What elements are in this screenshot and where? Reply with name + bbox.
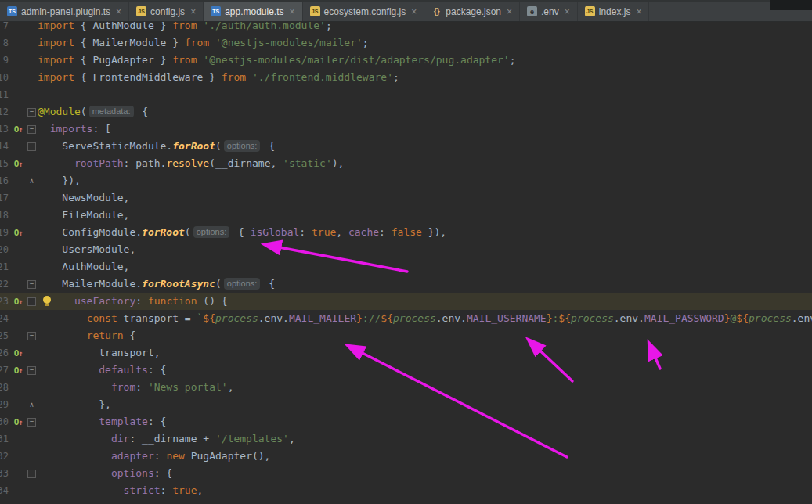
- code-text[interactable]: options: {: [37, 465, 812, 482]
- code-line[interactable]: 29∧ },: [0, 396, 812, 413]
- code-text[interactable]: defaults: {: [37, 362, 812, 379]
- code-line[interactable]: 18 FileModule,: [0, 207, 812, 224]
- fold-end-icon[interactable]: ∧: [30, 396, 34, 413]
- code-text[interactable]: return {: [37, 327, 812, 344]
- code-text[interactable]: ConfigModule.forRoot(options: { isGlobal…: [37, 224, 812, 241]
- code-text[interactable]: import { PugAdapter } from '@nestjs-modu…: [37, 52, 812, 69]
- override-marker-icon[interactable]: O↑: [14, 228, 23, 238]
- editor-tab[interactable]: JSindex.js×: [578, 2, 650, 21]
- code-text[interactable]: [37, 86, 812, 103]
- code-line[interactable]: 9import { PugAdapter } from '@nestjs-mod…: [0, 52, 812, 69]
- code-line[interactable]: 27O↑− defaults: {: [0, 362, 812, 379]
- code-text[interactable]: }),: [37, 172, 812, 189]
- code-line[interactable]: 34 strict: true,: [0, 482, 812, 499]
- fold-icon[interactable]: −: [27, 142, 36, 151]
- code-line[interactable]: 11: [0, 86, 812, 103]
- line-number[interactable]: 9: [0, 52, 9, 69]
- fold-icon[interactable]: −: [27, 297, 36, 306]
- code-line[interactable]: 17 NewsModule,: [0, 189, 812, 207]
- code-text[interactable]: rootPath: path.resolve(__dirname, 'stati…: [37, 155, 812, 172]
- override-marker-icon[interactable]: O↑: [14, 365, 23, 376]
- code-line[interactable]: 7import { AuthModule } from './auth/auth…: [0, 22, 812, 34]
- code-line[interactable]: 28 from: 'News portal',: [0, 379, 812, 396]
- override-marker-icon[interactable]: O↑: [14, 159, 23, 169]
- code-text[interactable]: FileModule,: [37, 207, 812, 224]
- line-number[interactable]: 12: [0, 103, 9, 121]
- code-text[interactable]: useFactory: function () {: [37, 293, 812, 310]
- editor-tab[interactable]: JSconfig.js×: [129, 2, 204, 21]
- intention-bulb-icon[interactable]: [43, 296, 51, 304]
- code-line[interactable]: 8import { MailerModule } from '@nestjs-m…: [0, 34, 812, 52]
- code-text[interactable]: },: [37, 396, 812, 413]
- close-icon[interactable]: ×: [116, 6, 121, 17]
- fold-icon[interactable]: −: [27, 280, 36, 289]
- code-line[interactable]: 19O↑ ConfigModule.forRoot(options: { isG…: [0, 224, 812, 241]
- editor-tab[interactable]: JSecosystem.config.js×: [303, 2, 425, 21]
- code-text[interactable]: ServeStaticModule.forRoot(options: {: [37, 138, 812, 155]
- line-number[interactable]: 30: [0, 413, 9, 430]
- close-icon[interactable]: ×: [636, 6, 641, 17]
- code-line[interactable]: 20 UsersModule,: [0, 241, 812, 258]
- override-marker-icon[interactable]: O↑: [14, 124, 23, 135]
- code-line[interactable]: 15O↑ rootPath: path.resolve(__dirname, '…: [0, 155, 812, 172]
- editor-tab[interactable]: {}package.json×: [424, 2, 520, 21]
- editor-tab[interactable]: TSapp.module.ts×: [204, 2, 302, 21]
- close-icon[interactable]: ×: [290, 6, 295, 17]
- code-text[interactable]: import { MailerModule } from '@nestjs-mo…: [37, 34, 812, 52]
- fold-icon[interactable]: −: [27, 332, 36, 340]
- line-number[interactable]: 7: [0, 22, 9, 34]
- line-number[interactable]: 29: [0, 396, 9, 413]
- code-text[interactable]: from: 'News portal',: [37, 379, 812, 396]
- code-text[interactable]: NewsModule,: [37, 189, 812, 207]
- code-line[interactable]: 32 adapter: new PugAdapter(),: [0, 448, 812, 465]
- line-number[interactable]: 16: [0, 172, 9, 189]
- code-text[interactable]: import { AuthModule } from './auth/auth.…: [37, 22, 812, 34]
- code-text[interactable]: adapter: new PugAdapter(),: [37, 448, 812, 465]
- code-line[interactable]: 13O↑− imports: [: [0, 121, 812, 138]
- line-number[interactable]: 34: [0, 482, 9, 499]
- fold-icon[interactable]: −: [27, 366, 36, 375]
- code-line[interactable]: 22− MailerModule.forRootAsync(options: {: [0, 275, 812, 293]
- code-text[interactable]: imports: [: [37, 121, 812, 138]
- fold-icon[interactable]: −: [27, 418, 36, 427]
- code-line[interactable]: 23O↑− useFactory: function () {: [0, 293, 812, 310]
- line-number[interactable]: 31: [0, 430, 9, 448]
- code-text[interactable]: strict: true,: [37, 482, 812, 499]
- close-icon[interactable]: ×: [565, 6, 570, 17]
- code-line[interactable]: 25− return {: [0, 327, 812, 344]
- line-number[interactable]: 25: [0, 327, 9, 344]
- override-marker-icon[interactable]: O↑: [14, 297, 23, 307]
- line-number[interactable]: 21: [0, 258, 9, 275]
- override-marker-icon[interactable]: O↑: [14, 348, 23, 358]
- line-number[interactable]: 26: [0, 344, 9, 362]
- line-number[interactable]: 10: [0, 69, 9, 86]
- line-number[interactable]: 13: [0, 121, 9, 138]
- code-text[interactable]: const transport = `${process.env.MAIL_MA…: [37, 310, 812, 327]
- line-number[interactable]: 8: [0, 34, 9, 52]
- code-line[interactable]: 30O↑− template: {: [0, 413, 812, 430]
- code-text[interactable]: UsersModule,: [37, 241, 812, 258]
- line-number[interactable]: 15: [0, 155, 9, 172]
- code-text[interactable]: template: {: [37, 413, 812, 430]
- code-line[interactable]: 33− options: {: [0, 465, 812, 482]
- line-number[interactable]: 32: [0, 448, 9, 465]
- code-line[interactable]: 26O↑ transport,: [0, 344, 812, 362]
- code-text[interactable]: dir: __dirname + '/templates',: [37, 430, 812, 448]
- close-icon[interactable]: ×: [190, 6, 196, 17]
- line-number[interactable]: 28: [0, 379, 9, 396]
- code-text[interactable]: AuthModule,: [37, 258, 812, 275]
- fold-icon[interactable]: −: [27, 125, 36, 134]
- editor[interactable]: 7import { AuthModule } from './auth/auth…: [0, 22, 812, 504]
- code-line[interactable]: 24 const transport = `${process.env.MAIL…: [0, 310, 812, 327]
- override-marker-icon[interactable]: O↑: [14, 417, 23, 427]
- line-number[interactable]: 20: [0, 241, 9, 258]
- code-line[interactable]: 16∧ }),: [0, 172, 812, 189]
- line-number[interactable]: 27: [0, 362, 9, 379]
- close-icon[interactable]: ×: [411, 6, 417, 17]
- code-text[interactable]: import { FrontendMiddleware } from './fr…: [37, 69, 812, 86]
- line-number[interactable]: 33: [0, 465, 9, 482]
- line-number[interactable]: 23: [0, 293, 9, 310]
- line-number[interactable]: 24: [0, 310, 9, 327]
- code-line[interactable]: 31 dir: __dirname + '/templates',: [0, 430, 812, 448]
- code-line[interactable]: 12−@Module(metadata: {: [0, 103, 812, 121]
